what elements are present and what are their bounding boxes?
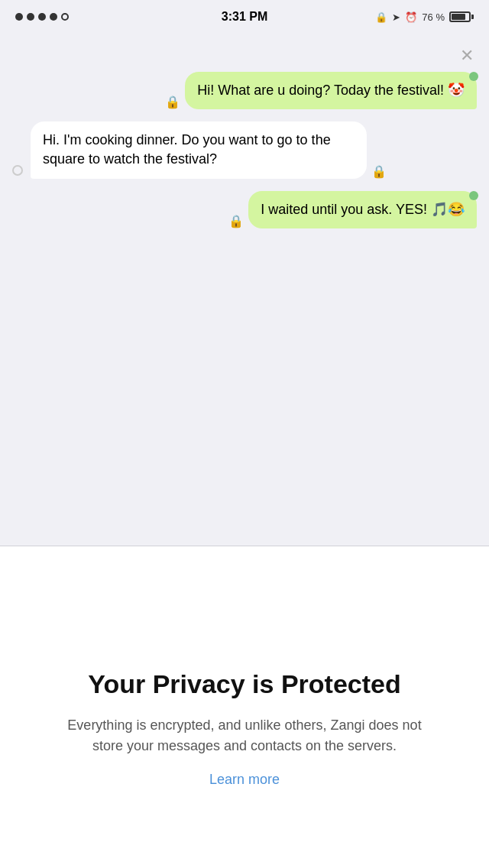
message-row-sent-2: 🔒 I waited until you ask. YES! 🎵😂 xyxy=(12,191,477,228)
bubble-sent-2: I waited until you ask. YES! 🎵😂 xyxy=(248,191,477,228)
info-body: Everything is encrypted, and unlike othe… xyxy=(61,715,428,756)
signal-dot-2 xyxy=(27,13,34,21)
location-icon: ➤ xyxy=(392,11,400,23)
avatar-dot xyxy=(12,165,23,176)
message-row-received-1: Hi. I'm cooking dinner. Do you want to g… xyxy=(12,121,477,178)
bubble-sent-1: Hi! What are u doing? Today the festival… xyxy=(185,72,477,109)
online-dot-1 xyxy=(469,72,478,81)
status-bar: 3:31 PM 🔒 ➤ ⏰ 76 % xyxy=(0,0,489,34)
signal-dot-3 xyxy=(38,13,46,21)
lock-status-icon: 🔒 xyxy=(375,11,387,23)
lock-icon-sent-1: 🔒 xyxy=(165,95,180,109)
lock-icon-received-1: 🔒 xyxy=(371,164,387,179)
status-time: 3:31 PM xyxy=(222,10,267,24)
status-right: 🔒 ➤ ⏰ 76 % xyxy=(375,11,474,23)
signal-dot-4 xyxy=(50,13,57,21)
online-dot-2 xyxy=(469,191,478,200)
close-button[interactable]: ✕ xyxy=(460,46,474,66)
learn-more-link[interactable]: Learn more xyxy=(209,772,280,788)
signal-dots xyxy=(15,13,69,21)
bubble-sent-1-text: Hi! What are u doing? Today the festival… xyxy=(197,83,465,98)
info-section: Your Privacy is Protected Everything is … xyxy=(0,546,489,868)
battery-percent: 76 % xyxy=(422,11,445,23)
bubble-sent-2-text: I waited until you ask. YES! 🎵😂 xyxy=(261,202,465,217)
message-row-sent-1: 🔒 Hi! What are u doing? Today the festiv… xyxy=(12,72,477,109)
bubble-received-1-text: Hi. I'm cooking dinner. Do you want to g… xyxy=(43,132,331,167)
info-title: Your Privacy is Protected xyxy=(88,669,400,700)
bubble-received-1: Hi. I'm cooking dinner. Do you want to g… xyxy=(31,121,367,178)
battery-icon xyxy=(449,11,474,22)
signal-dot-5 xyxy=(61,13,69,21)
sent-wrapper-2: 🔒 I waited until you ask. YES! 🎵😂 xyxy=(224,191,477,228)
chat-area: ✕ 🔒 Hi! What are u doing? Today the fest… xyxy=(0,34,489,546)
alarm-icon: ⏰ xyxy=(405,11,417,23)
signal-dot-1 xyxy=(15,13,23,21)
lock-icon-sent-2: 🔒 xyxy=(228,214,244,228)
sent-wrapper-1: 🔒 Hi! What are u doing? Today the festiv… xyxy=(160,72,477,109)
